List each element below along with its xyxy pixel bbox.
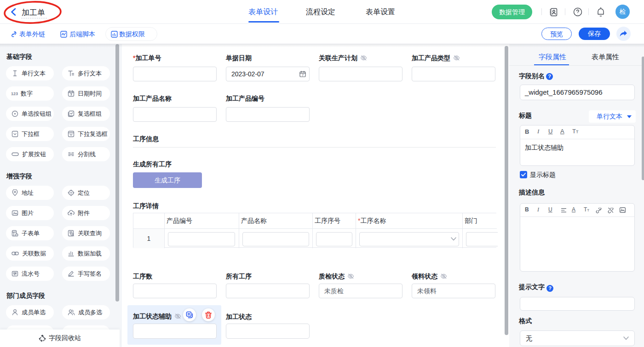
svg-text:7: 7 [302,73,304,77]
